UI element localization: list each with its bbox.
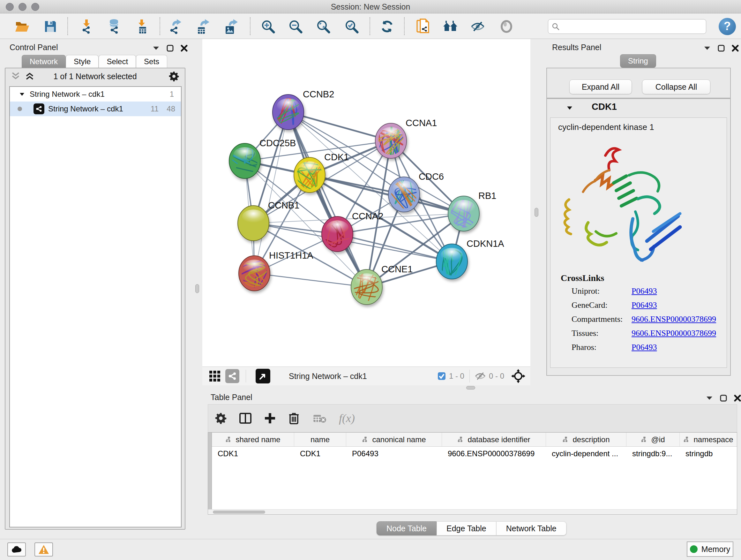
- open-session-button[interactable]: [13, 17, 31, 36]
- collapse-all-button[interactable]: Collapse All: [642, 79, 711, 94]
- table-cell[interactable]: CDK1: [294, 447, 346, 461]
- network-from-file-button[interactable]: [414, 17, 432, 36]
- panel-collapse-icon[interactable]: [704, 46, 711, 51]
- import-table-file-button[interactable]: [133, 17, 151, 36]
- right-splitter-handle[interactable]: [535, 208, 538, 217]
- column-header-canonical-name[interactable]: canonical name: [346, 433, 442, 446]
- table-cell[interactable]: P06493: [346, 447, 442, 461]
- tab-style[interactable]: Style: [66, 55, 98, 68]
- column-header-namespace[interactable]: namespace: [680, 433, 737, 446]
- crosslink-link[interactable]: P06493: [631, 287, 657, 296]
- import-network-file-button[interactable]: [77, 17, 96, 36]
- graphics-details-button[interactable]: [497, 17, 516, 36]
- column-header-database-identifier[interactable]: database identifier: [442, 433, 546, 446]
- table-options-gear-icon[interactable]: [215, 413, 226, 424]
- tab-node-table[interactable]: Node Table: [377, 521, 436, 536]
- expand-all-button[interactable]: Expand All: [569, 79, 632, 94]
- crosslink-label: Pharos:: [571, 343, 631, 352]
- export-image-button[interactable]: [222, 17, 240, 36]
- entry-expanded-icon[interactable]: [567, 106, 572, 110]
- zoom-out-button[interactable]: [286, 17, 305, 36]
- edge-CCNB2-CCNE1[interactable]: [288, 112, 367, 287]
- network-nodes[interactable]: CCNB2CCNA1CDC25BCDK1CDC6RB1CCNB1CCNA2CDK…: [226, 81, 504, 320]
- table-cell[interactable]: 9606.ENSP00000378699: [442, 447, 546, 461]
- column-header-shared-name[interactable]: shared name: [212, 433, 294, 446]
- tab-sets[interactable]: Sets: [136, 55, 167, 68]
- crosslink-link[interactable]: P06493: [631, 300, 657, 310]
- network-canvas[interactable]: CCNB2CCNA1CDC25BCDK1CDC6RB1CCNB1CCNA2CDK…: [202, 39, 530, 367]
- show-columns-icon[interactable]: [239, 413, 252, 424]
- panel-float-icon[interactable]: [718, 45, 725, 52]
- tab-edge-table[interactable]: Edge Table: [436, 521, 496, 536]
- network-view-icon[interactable]: [225, 369, 239, 383]
- export-table-button[interactable]: [193, 17, 212, 36]
- node-CCNB1[interactable]: CCNB1: [238, 200, 299, 241]
- table-cell[interactable]: stringdb:9...: [626, 447, 680, 461]
- import-network-database-button[interactable]: [105, 17, 123, 36]
- zoom-fit-button[interactable]: [314, 17, 333, 36]
- crosslink-link[interactable]: 9606.ENSP00000378699: [631, 328, 716, 338]
- delete-table-icon[interactable]: [313, 413, 327, 423]
- close-window-button[interactable]: [6, 3, 14, 11]
- panel-collapse-icon[interactable]: [706, 396, 713, 400]
- apply-layout-button[interactable]: [378, 17, 396, 36]
- search-input[interactable]: [548, 19, 706, 34]
- string-home-button[interactable]: [441, 17, 460, 36]
- zoom-selected-button[interactable]: [342, 17, 361, 36]
- node-CDKN1A[interactable]: CDKN1A: [436, 232, 504, 283]
- tab-network[interactable]: Network: [22, 55, 66, 68]
- cloud-button[interactable]: [7, 543, 26, 557]
- network-node-count: 11: [151, 105, 158, 113]
- warnings-button[interactable]: [35, 543, 53, 557]
- table-cell[interactable]: cyclin-dependent ...: [546, 447, 626, 461]
- node-CCNE1[interactable]: CCNE1: [346, 264, 413, 320]
- tab-string[interactable]: String: [620, 54, 656, 68]
- minimize-window-button[interactable]: [18, 3, 26, 11]
- column-header-description[interactable]: description: [546, 433, 626, 446]
- delete-column-icon[interactable]: [288, 412, 299, 424]
- column-header-name[interactable]: name: [294, 433, 346, 446]
- node-HIST1H1A[interactable]: HIST1H1A: [237, 250, 314, 291]
- function-builder-icon[interactable]: f(x): [339, 412, 355, 425]
- save-session-button[interactable]: [41, 17, 60, 36]
- tab-network-table[interactable]: Network Table: [496, 521, 566, 536]
- zoom-in-button[interactable]: [259, 17, 277, 36]
- hide-glass-button[interactable]: [468, 17, 487, 36]
- gear-icon[interactable]: [169, 71, 179, 81]
- panel-collapse-icon[interactable]: [152, 46, 159, 51]
- help-button[interactable]: ?: [719, 18, 736, 35]
- panel-close-icon[interactable]: [181, 45, 188, 52]
- table-hscrollbar-thumb[interactable]: [213, 510, 265, 514]
- edge-HIST1H1A-CCNE1[interactable]: [254, 273, 367, 287]
- table-row[interactable]: CDK1CDK1P064939606.ENSP00000378699cyclin…: [212, 447, 737, 461]
- crosslink-link[interactable]: 9606.ENSP00000378699: [631, 314, 716, 324]
- crosslink-link[interactable]: P06493: [631, 343, 657, 352]
- node-table[interactable]: shared namenamecanonical namedatabase id…: [208, 432, 737, 515]
- table-cell[interactable]: CDK1: [212, 447, 294, 461]
- grid-view-icon[interactable]: [209, 370, 221, 382]
- network-collection-row[interactable]: String Network – cdk1 1: [10, 87, 181, 102]
- toolbar-separator: [369, 17, 370, 35]
- memory-button[interactable]: Memory: [687, 542, 733, 557]
- tab-select[interactable]: Select: [98, 55, 136, 68]
- fit-selection-target-icon[interactable]: [511, 369, 525, 383]
- export-network-button[interactable]: [166, 17, 185, 36]
- import-table-icon: [136, 19, 149, 34]
- window-title: Session: New Session: [0, 0, 741, 13]
- edge-CCNB2-HIST1H1A[interactable]: [254, 112, 288, 273]
- panel-float-icon[interactable]: [166, 45, 174, 52]
- birds-eye-view-icon[interactable]: [256, 369, 270, 383]
- network-row[interactable]: String Network – cdk1 11 48: [10, 102, 181, 116]
- table-cell[interactable]: stringdb: [680, 447, 737, 461]
- column-header--id[interactable]: @id: [626, 433, 680, 446]
- horizontal-splitter-handle[interactable]: [466, 386, 475, 389]
- table-hscrollbar[interactable]: [208, 509, 737, 514]
- zoom-window-button[interactable]: [31, 3, 39, 11]
- left-splitter-handle[interactable]: [195, 284, 199, 293]
- panel-float-icon[interactable]: [720, 395, 727, 401]
- panel-close-icon[interactable]: [734, 395, 741, 401]
- selected-checkbox-icon[interactable]: [437, 372, 446, 380]
- collection-expanded-icon[interactable]: [19, 92, 24, 96]
- add-column-icon[interactable]: [264, 413, 276, 424]
- panel-close-icon[interactable]: [732, 45, 739, 52]
